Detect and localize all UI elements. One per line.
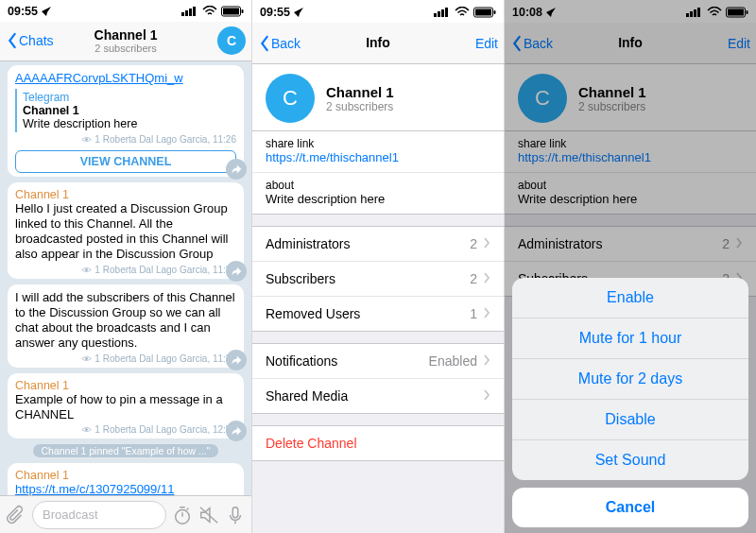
views-icon bbox=[81, 265, 92, 275]
chevron-right-icon bbox=[483, 306, 490, 321]
svg-rect-17 bbox=[445, 8, 448, 17]
back-button[interactable]: Back bbox=[510, 35, 553, 52]
share-link-row: share linkhttps://t.me/thischannel1 bbox=[505, 131, 756, 172]
chat-scroll[interactable]: AAAAAFRCorvpLSKTHQmi_w Telegram Channel … bbox=[0, 61, 251, 495]
status-right bbox=[686, 7, 748, 18]
svg-rect-22 bbox=[690, 11, 693, 17]
sheet-enable[interactable]: Enable bbox=[512, 278, 748, 318]
mute-icon[interactable] bbox=[198, 505, 219, 525]
location-icon bbox=[42, 7, 51, 16]
sheet-cancel[interactable]: Cancel bbox=[512, 488, 748, 527]
status-right bbox=[434, 7, 496, 18]
channel-header: C Channel 12 subscribers bbox=[252, 64, 504, 131]
svg-rect-5 bbox=[223, 9, 239, 15]
share-icon[interactable] bbox=[226, 421, 247, 441]
chevron-right-icon bbox=[483, 271, 490, 286]
channel-name: Channel 1 bbox=[15, 379, 236, 392]
removed-users-row[interactable]: Removed Users1 bbox=[252, 296, 504, 331]
about-row: aboutWrite description here bbox=[505, 172, 756, 214]
message[interactable]: Channel 1 Hello I just created a Discuss… bbox=[8, 182, 244, 279]
administrators-row[interactable]: Administrators2 bbox=[252, 227, 504, 261]
channel-subtitle: 2 subscribers bbox=[578, 100, 646, 113]
status-time: 09:55 bbox=[8, 5, 38, 18]
share-icon[interactable] bbox=[226, 350, 247, 370]
link-text[interactable]: AAAAAFRCorvpLSKTHQmi_w bbox=[15, 71, 236, 85]
phone-info-sheet: 10:08 Back Info Edit C Channel 12 subscr… bbox=[504, 0, 756, 533]
attach-icon[interactable] bbox=[6, 505, 26, 525]
sheet-disable[interactable]: Disable bbox=[512, 399, 748, 439]
message-text: Example of how to pin a message in a CHA… bbox=[15, 392, 236, 423]
about-row: aboutWrite description here bbox=[252, 172, 504, 214]
preview-desc: Write description here bbox=[23, 117, 236, 130]
nav-bar: Back Info Edit bbox=[252, 23, 504, 64]
status-time: 10:08 bbox=[512, 6, 542, 19]
info-scroll[interactable]: C Channel 12 subscribers share linkhttps… bbox=[252, 64, 504, 533]
channel-name: Channel 1 bbox=[15, 188, 236, 201]
message[interactable]: Channel 1 Example of how to pin a messag… bbox=[8, 373, 244, 439]
svg-rect-0 bbox=[181, 12, 184, 16]
channel-title: Channel 1 bbox=[326, 84, 394, 100]
share-icon[interactable] bbox=[226, 159, 247, 180]
input-bar: Broadcast bbox=[0, 495, 251, 533]
phone-chat: 09:55 Chats Channel 1 2 subscribers C AA… bbox=[0, 0, 251, 533]
action-sheet: Enable Mute for 1 hour Mute for 2 days D… bbox=[512, 278, 748, 527]
svg-rect-14 bbox=[434, 13, 437, 17]
phone-info: 09:55 Back Info Edit C Channel 12 subscr… bbox=[251, 0, 504, 533]
chevron-right-icon bbox=[483, 388, 490, 404]
message[interactable]: Channel 1 https://t.me/c/1307925099/11 1… bbox=[8, 463, 244, 495]
channel-title: Channel 1 bbox=[578, 84, 646, 100]
mic-icon[interactable] bbox=[225, 505, 246, 525]
svg-rect-27 bbox=[747, 10, 748, 14]
delete-section: Delete Channel bbox=[252, 425, 504, 461]
avatar[interactable]: C bbox=[266, 74, 315, 123]
notifications-row[interactable]: NotificationsEnabled bbox=[252, 344, 504, 378]
avatar: C bbox=[518, 74, 567, 123]
preview-title: Channel 1 bbox=[23, 104, 236, 117]
svg-rect-24 bbox=[697, 8, 700, 17]
status-bar: 09:55 bbox=[0, 0, 251, 22]
subscribers-row[interactable]: Subscribers2 bbox=[252, 261, 504, 296]
pinned-chip[interactable]: Channel 1 pinned "Example of how ..." bbox=[33, 444, 217, 457]
channel-header: C Channel 12 subscribers bbox=[505, 64, 756, 131]
channel-subtitle: 2 subscribers bbox=[326, 100, 394, 113]
svg-rect-6 bbox=[242, 9, 244, 13]
svg-point-7 bbox=[85, 138, 88, 141]
edit-button[interactable]: Edit bbox=[728, 36, 750, 51]
chevron-right-icon bbox=[483, 236, 490, 251]
svg-point-8 bbox=[85, 268, 88, 271]
svg-rect-16 bbox=[441, 9, 444, 17]
message-text: I will add the subscribers of this Chann… bbox=[15, 290, 236, 352]
svg-rect-20 bbox=[494, 10, 496, 14]
status-time: 09:55 bbox=[260, 6, 290, 19]
link-preview: Telegram Channel 1 Write description her… bbox=[15, 89, 236, 132]
views-icon bbox=[81, 424, 92, 435]
administrators-row: Administrators2 bbox=[505, 227, 756, 261]
broadcast-input[interactable]: Broadcast bbox=[32, 501, 166, 529]
view-channel-button[interactable]: VIEW CHANNEL bbox=[15, 150, 236, 173]
share-link-row[interactable]: share linkhttps://t.me/thischannel1 bbox=[252, 131, 504, 172]
svg-rect-3 bbox=[193, 7, 196, 16]
share-icon[interactable] bbox=[226, 261, 247, 282]
message-link-card[interactable]: AAAAAFRCorvpLSKTHQmi_w Telegram Channel … bbox=[8, 65, 244, 177]
delete-channel-button[interactable]: Delete Channel bbox=[252, 426, 504, 460]
settings-section: NotificationsEnabled Shared Media bbox=[252, 343, 504, 414]
back-button[interactable]: Chats bbox=[6, 32, 54, 49]
back-button[interactable]: Back bbox=[258, 35, 301, 52]
timer-icon[interactable] bbox=[172, 505, 193, 525]
back-label: Chats bbox=[19, 33, 54, 48]
shared-media-row[interactable]: Shared Media bbox=[252, 378, 504, 413]
sheet-mute-1h[interactable]: Mute for 1 hour bbox=[512, 318, 748, 358]
edit-button[interactable]: Edit bbox=[475, 36, 498, 51]
link-text[interactable]: https://t.me/c/1307925099/11 bbox=[15, 482, 236, 495]
nav-bar: Chats Channel 1 2 subscribers C bbox=[0, 22, 251, 61]
avatar[interactable]: C bbox=[217, 26, 246, 55]
chevron-right-icon bbox=[735, 236, 743, 251]
sheet-mute-2d[interactable]: Mute for 2 days bbox=[512, 358, 748, 399]
status-bar: 09:55 bbox=[252, 0, 504, 23]
svg-point-10 bbox=[85, 428, 88, 431]
sheet-set-sound[interactable]: Set Sound bbox=[512, 439, 748, 480]
management-section: Administrators2 Subscribers2 Removed Use… bbox=[252, 226, 504, 332]
svg-rect-15 bbox=[438, 11, 440, 17]
views-icon bbox=[81, 134, 92, 145]
message[interactable]: I will add the subscribers of this Chann… bbox=[8, 284, 244, 368]
